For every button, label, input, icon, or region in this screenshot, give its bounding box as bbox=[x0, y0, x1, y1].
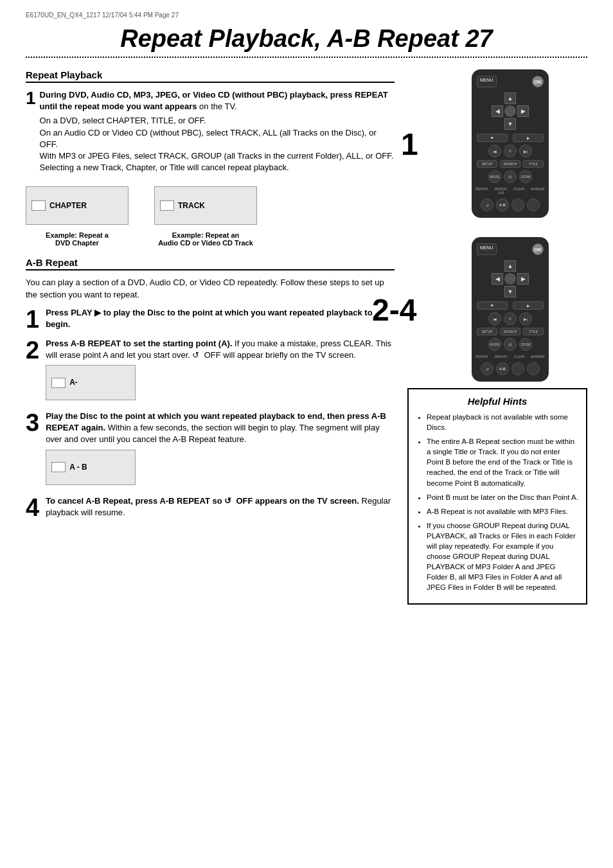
dpad-left[interactable]: ◀ bbox=[492, 105, 503, 117]
remote-badge-24: 2-4 bbox=[372, 292, 416, 327]
prev-btn[interactable]: |◀ bbox=[488, 145, 501, 157]
ab-repeat-header: A-B Repeat bbox=[26, 257, 395, 270]
hint-4: A-B Repeat is not available with MP3 Fil… bbox=[427, 506, 578, 517]
ab-step-3-num: 3 bbox=[26, 411, 39, 435]
play-btn-2[interactable]: ▶ bbox=[513, 301, 544, 310]
example-dvd: CHAPTER Example: Repeat aDVD Chapter bbox=[26, 182, 129, 247]
clear-label-2: CLEAR bbox=[512, 353, 527, 360]
repeat-btn-2[interactable]: ↺ bbox=[481, 362, 493, 375]
pause-btn-2[interactable]: II bbox=[504, 312, 517, 325]
ab-step-2-content: Press A-B REPEAT to set the starting poi… bbox=[46, 338, 395, 404]
setup-btn[interactable]: SETUP bbox=[477, 160, 497, 168]
search-btn-2[interactable]: SEARCH bbox=[500, 328, 520, 335]
dpad-2: ▲ ◀ ▶ ▼ bbox=[492, 260, 529, 297]
ab-step-4: 4 To cancel A-B Repeat, press A-B REPEAT… bbox=[26, 495, 395, 520]
title-btn[interactable]: TITLE bbox=[523, 160, 544, 168]
zoom-btn[interactable]: ZOOM bbox=[519, 170, 532, 183]
ab-intro: You can play a section of a DVD, Audio C… bbox=[26, 277, 395, 300]
dpad: ▲ ◀ ▶ ▼ bbox=[492, 93, 529, 130]
next-btn-2[interactable]: ▶| bbox=[519, 312, 532, 325]
repeat-row: REPEAT REPEAT A-B CLEAR MARKER bbox=[477, 186, 544, 196]
meta-line: E6170UD_EN_QX4_1217 12/17/04 5:44 PM Pag… bbox=[26, 12, 587, 19]
ab-step-3: 3 Play the Disc to the point at which yo… bbox=[26, 411, 395, 489]
next-btn[interactable]: ▶| bbox=[519, 145, 532, 157]
pause-btn[interactable]: II bbox=[504, 145, 517, 157]
step-1-num: 1 bbox=[26, 89, 36, 107]
repeat-ab-btn[interactable]: A·B bbox=[496, 199, 509, 211]
hint-2: The entire A-B Repeat section must be wi… bbox=[427, 436, 578, 488]
repeat-btns-row-2: ↺ A·B bbox=[477, 362, 544, 375]
mode-row-2: MODE ⟪⟫ ZOOM bbox=[477, 338, 544, 351]
chapter-screen: CHAPTER bbox=[26, 186, 129, 225]
play-btn[interactable]: ▶ bbox=[513, 134, 544, 142]
ab-screen-ab: A - B bbox=[46, 450, 136, 485]
dpad2-right[interactable]: ▶ bbox=[517, 273, 529, 285]
dpad-up[interactable]: ▲ bbox=[504, 93, 516, 104]
dpad2-up[interactable]: ▲ bbox=[504, 260, 516, 272]
ab-ab-text: A - B bbox=[69, 462, 87, 473]
dpad-right[interactable]: ▶ bbox=[517, 105, 529, 117]
repeat-labels-row-2: REPEAT REPEAT CLEAR MARKER bbox=[477, 353, 544, 360]
setup-search-title-row: SETUP SEARCH TITLE bbox=[477, 160, 544, 168]
ab-step-1: 1 Press PLAY ▶ to play the Disc to the p… bbox=[26, 307, 395, 332]
search-btn[interactable]: SEARCH bbox=[500, 160, 520, 168]
dpad-center[interactable] bbox=[504, 105, 516, 117]
prev-pause-next-row-2: |◀ II ▶| bbox=[477, 312, 544, 325]
ab-step-4-num: 4 bbox=[26, 495, 39, 520]
dpad2-down[interactable]: ▼ bbox=[504, 286, 516, 297]
zoom-btn-2[interactable]: ZOOM bbox=[519, 338, 532, 351]
helpful-hints-box: Helpful Hints Repeat playback is not ava… bbox=[407, 388, 587, 605]
marker-btn[interactable] bbox=[527, 199, 540, 211]
mode-btn-2[interactable]: MODE bbox=[488, 338, 501, 351]
ok-btn[interactable]: OK bbox=[532, 76, 544, 87]
example-audio-cd: TRACK Example: Repeat anAudio CD or Vide… bbox=[154, 182, 257, 247]
title-btn-2[interactable]: TITLE bbox=[523, 328, 544, 335]
stop-play-row-2: ■ ▶ bbox=[477, 301, 544, 310]
hint-1: Repeat playback is not available with so… bbox=[427, 412, 578, 432]
ab-step-1-num: 1 bbox=[26, 307, 39, 332]
ab-step-2-num: 2 bbox=[26, 338, 39, 362]
step1-main: During DVD, Audio CD, MP3, JPEG, or Vide… bbox=[40, 89, 395, 112]
ab-step-2: 2 Press A-B REPEAT to set the starting p… bbox=[26, 338, 395, 404]
repeat-ab-label-2: REPEAT bbox=[493, 353, 510, 360]
clear-btn-2[interactable] bbox=[511, 362, 524, 375]
chapter-text: CHAPTER bbox=[49, 201, 87, 210]
menu-btn[interactable]: MENU bbox=[477, 76, 497, 87]
dpad-down[interactable]: ▼ bbox=[504, 118, 516, 130]
marker-label-2: MARKER bbox=[529, 353, 546, 360]
repeat-btns-row: ↺ A·B bbox=[477, 199, 544, 211]
track-screen: TRACK bbox=[154, 186, 257, 225]
mode-btn[interactable]: MODE bbox=[488, 170, 501, 183]
remote-badge-1: 1 bbox=[401, 126, 418, 161]
repeat-ab-label: REPEAT A-B bbox=[493, 186, 510, 196]
setup-btn-2[interactable]: SETUP bbox=[477, 328, 497, 335]
dpad2-left[interactable]: ◀ bbox=[492, 273, 503, 285]
remote-bottom: MENU OK ▲ ◀ ▶ ▼ ■ ▶ bbox=[472, 237, 549, 382]
hints-title: Helpful Hints bbox=[416, 396, 578, 407]
step1-detail: On a DVD, select CHAPTER, TITLE, or OFF.… bbox=[40, 115, 395, 173]
dotted-rule bbox=[26, 57, 587, 58]
ok-btn-2[interactable]: OK bbox=[532, 244, 544, 255]
repeat-ab-btn-2[interactable]: A·B bbox=[496, 362, 509, 375]
remote-top: MENU OK ▲ ◀ ▶ ▼ ■ bbox=[472, 69, 549, 218]
repeat-btn[interactable]: ↺ bbox=[481, 199, 493, 211]
ab-a-text: A- bbox=[69, 377, 78, 388]
search-mode-btn[interactable]: ⟪⟫ bbox=[504, 170, 517, 183]
mode-row: MODE ⟪⟫ ZOOM bbox=[477, 170, 544, 183]
remote2-top-row: MENU OK bbox=[477, 244, 544, 255]
clear-btn[interactable] bbox=[511, 199, 524, 211]
stop-btn[interactable]: ■ bbox=[477, 134, 508, 142]
marker-label: MARKER bbox=[529, 186, 546, 196]
stop-btn-2[interactable]: ■ bbox=[477, 301, 508, 310]
marker-btn-2[interactable] bbox=[527, 362, 540, 375]
dpad2-center[interactable] bbox=[504, 273, 516, 285]
stop-play-row: ■ ▶ bbox=[477, 134, 544, 142]
setup-search-title-row-2: SETUP SEARCH TITLE bbox=[477, 328, 544, 335]
repeat-playback-header: Repeat Playback bbox=[26, 69, 395, 83]
menu-btn-2[interactable]: MENU bbox=[477, 244, 497, 255]
ab-step-3-content: Play the Disc to the point at which you … bbox=[46, 411, 395, 489]
prev-pause-next-row: |◀ II ▶| bbox=[477, 145, 544, 157]
prev-btn-2[interactable]: |◀ bbox=[488, 312, 501, 325]
search-mode-btn-2[interactable]: ⟪⟫ bbox=[504, 338, 517, 351]
hints-list: Repeat playback is not available with so… bbox=[416, 412, 578, 593]
